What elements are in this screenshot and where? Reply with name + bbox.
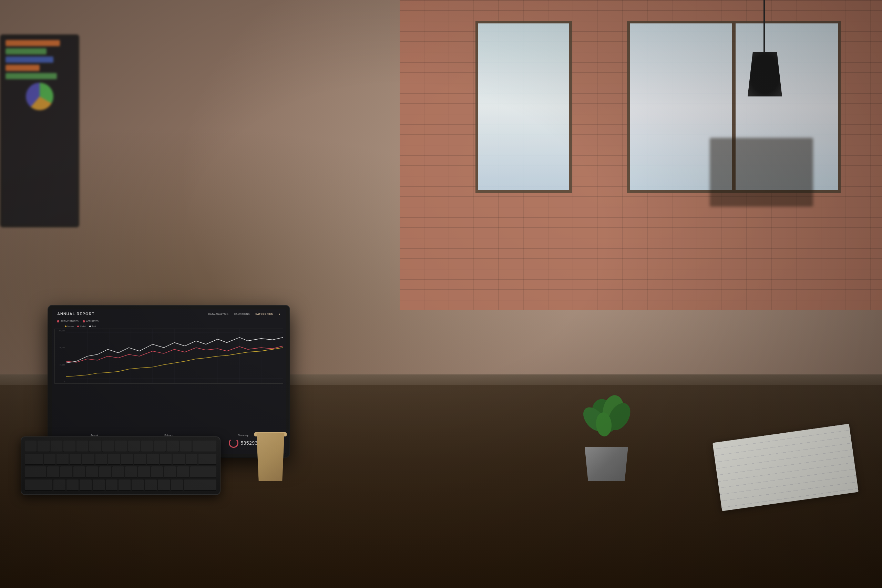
legend-total: Total <box>89 325 96 327</box>
key <box>70 454 81 465</box>
key <box>186 454 197 465</box>
left-bar-5 <box>6 73 57 79</box>
key <box>112 466 124 478</box>
key-row-3 <box>25 466 216 478</box>
stat-summary-ring <box>229 438 238 448</box>
key <box>89 441 101 452</box>
nav-links: DATA ANALYSIS CAMPAIGNS CATEGORIES ∨ <box>208 312 280 315</box>
key-caps <box>25 466 46 478</box>
key <box>106 480 118 491</box>
plant-leaves <box>579 392 634 454</box>
filter-active-stores[interactable]: ACTIVE STORES <box>57 320 78 322</box>
plant-pot <box>572 392 641 481</box>
filter-affiliates-label: AFFILIATES <box>86 320 99 322</box>
left-pie-chart <box>26 82 53 110</box>
key <box>180 441 192 452</box>
key <box>121 454 133 465</box>
pot-body <box>582 447 630 481</box>
key-shift-right <box>184 480 216 491</box>
nav-bar: ANNUAL REPORT DATA ANALYSIS CAMPAIGNS CA… <box>52 309 286 319</box>
key-backspace <box>193 441 216 452</box>
key-row-4 <box>25 480 216 491</box>
key <box>167 441 178 452</box>
key <box>99 466 111 478</box>
keyboard-keys <box>25 441 216 491</box>
key <box>115 441 127 452</box>
left-screen <box>3 37 76 225</box>
filter-check-affiliates <box>82 320 85 322</box>
key <box>63 441 75 452</box>
key-row-1 <box>25 441 216 452</box>
key <box>147 454 159 465</box>
filter-check-stores <box>57 320 59 322</box>
key <box>51 441 62 452</box>
legend-dot-total <box>89 326 91 327</box>
key <box>102 441 114 452</box>
key <box>57 454 68 465</box>
key <box>138 466 150 478</box>
key-enter-top <box>198 454 216 465</box>
key <box>141 441 153 452</box>
key <box>132 480 144 491</box>
chart-area: Income Market Total <box>52 324 286 431</box>
key <box>38 441 49 452</box>
key <box>128 441 140 452</box>
legend-dot-income <box>65 326 66 327</box>
key <box>53 480 66 491</box>
keyboard[interactable] <box>21 436 220 495</box>
key <box>125 466 137 478</box>
filter-affiliates[interactable]: AFFILIATES <box>82 320 99 322</box>
ceiling-light-shade <box>748 52 782 96</box>
coffee-cup <box>252 426 290 488</box>
legend-market-label: Market <box>80 325 86 327</box>
stat-summary-label: Summary <box>238 434 248 437</box>
key <box>172 454 184 465</box>
monitor-screen: ANNUAL REPORT DATA ANALYSIS CAMPAIGNS CA… <box>52 309 286 454</box>
key <box>25 441 36 452</box>
key <box>47 466 59 478</box>
key-shift-left <box>25 480 52 491</box>
window-left <box>476 21 572 193</box>
key <box>177 466 189 478</box>
scene: ANNUAL REPORT DATA ANALYSIS CAMPAIGNS CA… <box>0 0 882 588</box>
categories-chevron-icon: ∨ <box>278 312 280 315</box>
key <box>164 466 176 478</box>
chart-legend: Income Market Total <box>54 325 283 327</box>
key <box>76 441 88 452</box>
report-title: ANNUAL REPORT <box>57 312 94 316</box>
key <box>160 454 172 465</box>
legend-market: Market <box>77 325 86 327</box>
background-furniture <box>710 138 813 207</box>
key <box>95 454 107 465</box>
chart-svg <box>66 329 283 383</box>
filter-bar: ACTIVE STORES AFFILIATES <box>52 319 286 324</box>
y-label-0: 0 <box>55 381 66 383</box>
y-label-100k: 100,000 <box>55 346 66 349</box>
legend-income-label: Income <box>68 325 74 327</box>
key <box>158 480 170 491</box>
key <box>171 480 183 491</box>
key <box>74 466 86 478</box>
key <box>118 480 130 491</box>
key <box>93 480 105 491</box>
y-axis: 250,000 100,000 10,000 0 <box>55 329 66 383</box>
key <box>108 454 120 465</box>
left-bar-2 <box>6 48 46 54</box>
nav-categories[interactable]: CATEGORIES <box>255 313 273 315</box>
legend-income: Income <box>65 325 74 327</box>
key <box>151 466 163 478</box>
nav-campaigns[interactable]: CAMPAIGNS <box>234 313 250 315</box>
key <box>60 466 72 478</box>
left-bar-4 <box>6 65 40 71</box>
key <box>82 454 94 465</box>
chart-svg-wrapper <box>66 329 283 383</box>
key <box>145 480 157 491</box>
filter-stores-label: ACTIVE STORES <box>61 320 78 322</box>
left-monitor <box>0 34 79 227</box>
key <box>134 454 146 465</box>
legend-total-label: Total <box>92 325 96 327</box>
left-bar-3 <box>6 57 53 63</box>
key <box>154 441 166 452</box>
key <box>66 480 78 491</box>
nav-data-analysis[interactable]: DATA ANALYSIS <box>208 313 228 315</box>
